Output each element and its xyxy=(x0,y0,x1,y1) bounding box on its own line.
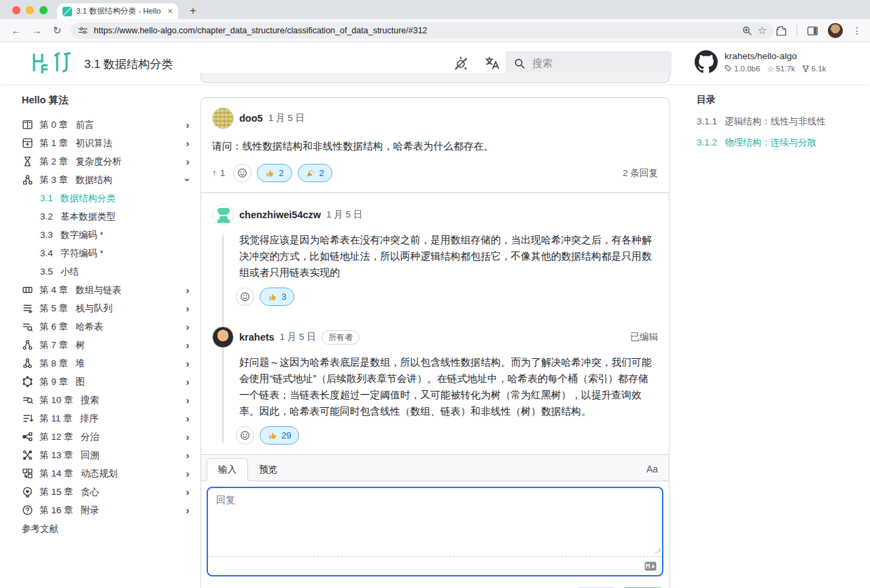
sidebar-item-chapter-12[interactable]: 第 12 章 分治 › xyxy=(22,428,192,446)
avatar[interactable] xyxy=(212,326,234,348)
chevron-right-icon: › xyxy=(184,394,192,406)
sidebar-item-label: 第 5 章 栈与队列 xyxy=(39,302,177,315)
side-panel-icon[interactable] xyxy=(807,25,818,37)
sidebar-item-chapter-14[interactable]: 第 14 章 动态规划 › xyxy=(22,464,192,483)
reaction-thumbs-up[interactable]: 2 xyxy=(257,164,292,182)
reaction-thumbs-up[interactable]: 3 xyxy=(260,288,294,306)
sidebar-item-label: 第 0 章 前言 xyxy=(39,119,177,131)
url-text[interactable]: https://www.hello-algo.com/chapter_data_… xyxy=(94,26,736,35)
site-settings-icon[interactable] xyxy=(77,25,88,36)
zoom-icon[interactable] xyxy=(742,25,752,36)
back-button[interactable]: ← xyxy=(8,22,24,39)
avatar[interactable] xyxy=(212,204,234,226)
comment-author[interactable]: doo5 xyxy=(239,113,263,124)
close-tab-icon[interactable]: × xyxy=(167,7,173,16)
sidebar-item-chapter-5[interactable]: 第 5 章 栈与队列 › xyxy=(22,299,192,317)
sidebar-item-label: 第 11 章 排序 xyxy=(39,413,177,425)
sidebar-item-chapter-11[interactable]: 第 11 章 排序 › xyxy=(22,409,192,428)
sidebar-item-chapter-2[interactable]: 第 2 章 复杂度分析 › xyxy=(22,152,192,171)
new-tab-button[interactable]: + xyxy=(185,3,201,19)
reaction-row: 3 xyxy=(236,288,658,315)
reply-author[interactable]: krahets xyxy=(239,332,275,343)
avatar[interactable] xyxy=(212,107,234,129)
reaction-row: 29 xyxy=(236,426,658,454)
search-input[interactable]: 搜索 xyxy=(506,51,672,75)
sidebar-item-label: 第 2 章 复杂度分析 xyxy=(39,156,177,168)
minimize-window-button[interactable] xyxy=(26,6,34,14)
sidebar-item-3-2[interactable]: 3.2 基本数据类型 xyxy=(22,207,192,226)
sidebar-item-chapter-9[interactable]: 第 9 章 图 › xyxy=(22,373,192,391)
address-bar[interactable]: https://www.hello-algo.com/chapter_data_… xyxy=(71,22,773,39)
bookmark-star-icon[interactable]: ☆ xyxy=(758,24,767,37)
comment: doo5 1 月 5 日 请问：线性数据结构和非线性数据结构，哈希表为什么都存在… xyxy=(201,98,669,192)
sidebar-item-3-4[interactable]: 3.4 字符编码 * xyxy=(22,244,192,262)
sidebar-item-chapter-0[interactable]: 第 0 章 前言 › xyxy=(22,116,192,134)
reply-date[interactable]: 1 月 5 日 xyxy=(280,331,316,343)
sidebar-item-chapter-8[interactable]: 第 8 章 堆 › xyxy=(22,354,192,373)
sidebar-item-3-5[interactable]: 3.5 小结 xyxy=(22,262,192,281)
data-structure-icon xyxy=(22,174,33,186)
searching-icon xyxy=(22,394,33,406)
sidebar-item-references[interactable]: 参考文献 xyxy=(22,519,192,538)
site-logo[interactable] xyxy=(31,52,73,73)
language-icon[interactable] xyxy=(484,55,500,71)
sidebar-item-chapter-7[interactable]: 第 7 章 树 › xyxy=(22,336,192,354)
toc-item-311[interactable]: 3.1.1 逻辑结构：线性与非线性 xyxy=(697,116,856,128)
sidebar-item-chapter-3[interactable]: 第 3 章 数据结构 › xyxy=(22,171,192,189)
sidebar-item-chapter-15[interactable]: 第 15 章 贪心 › xyxy=(22,483,192,501)
extensions-icon[interactable] xyxy=(776,25,787,37)
repo-stars-stat: ☆ 51.7k xyxy=(767,64,795,73)
comment-date[interactable]: 1 月 5 日 xyxy=(268,112,304,124)
greedy-icon xyxy=(22,486,33,498)
smiley-icon xyxy=(240,430,250,440)
previous-comment-card-bottom xyxy=(201,73,669,83)
sidebar-item-chapter-6[interactable]: 第 6 章 哈希表 › xyxy=(22,317,192,336)
heap-icon xyxy=(22,358,33,369)
add-reaction-button[interactable] xyxy=(236,426,254,445)
reaction-tada[interactable]: 2 xyxy=(298,164,332,182)
text-format-button[interactable]: Aa xyxy=(646,464,658,481)
sidebar-item-chapter-1[interactable]: 第 1 章 初识算法 › xyxy=(22,134,192,152)
reply-author[interactable]: chenzhiwei54czw xyxy=(239,209,321,220)
sidebar-nav: Hello 算法 第 0 章 前言 › 第 1 章 初识算法 › 第 2 章 复… xyxy=(22,94,192,538)
browser-tab[interactable]: 3.1 数据结构分类 - Hello 算法 × xyxy=(57,3,178,19)
sidebar-item-3-1[interactable]: 3.1 数据结构分类 xyxy=(22,189,192,207)
sidebar-item-chapter-4[interactable]: 第 4 章 数组与链表 › xyxy=(22,281,192,299)
forward-button[interactable]: → xyxy=(29,22,45,39)
fullscreen-window-button[interactable] xyxy=(39,6,48,14)
reply-body: 好问题～这因为哈希表底层是数组，所以包含线性数据结构。而为了解决哈希冲突，我们可… xyxy=(239,354,658,419)
reload-button[interactable]: ↻ xyxy=(49,22,65,39)
upvote-button[interactable]: ↑ 1 xyxy=(212,168,225,178)
browser-menu-icon[interactable]: ⋮ xyxy=(852,25,862,36)
add-reaction-button[interactable] xyxy=(236,288,254,306)
hourglass-icon xyxy=(22,156,33,167)
markdown-icon[interactable] xyxy=(644,561,657,571)
sidebar-item-label: 第 14 章 动态规划 xyxy=(39,468,177,480)
sidebar-item-label: 第 3 章 数据结构 xyxy=(39,174,177,186)
reply-body: 我觉得应该是因为哈希表在没有冲突之前，是用数组存储的，当出现哈希冲突之后，有各种… xyxy=(239,232,658,281)
sidebar-item-label: 第 9 章 图 xyxy=(39,376,177,388)
reply-editor: 输入 预览 Aa xyxy=(201,454,669,588)
sidebar-item-chapter-10[interactable]: 第 10 章 搜索 › xyxy=(22,391,192,409)
tab-write[interactable]: 输入 xyxy=(207,458,248,481)
dynamic-programming-icon xyxy=(22,468,33,479)
repo-link[interactable]: krahets/hello-algo 1.0.0b6 ☆ 51.7k 6.1k xyxy=(695,50,826,73)
toc-item-312[interactable]: 3.1.2 物理结构：连续与分散 xyxy=(697,137,856,149)
thumbs-up-icon xyxy=(265,169,275,178)
divide-conquer-icon xyxy=(22,431,33,443)
editor-tab-bar: 输入 预览 Aa xyxy=(201,455,669,481)
sidebar-item-chapter-13[interactable]: 第 13 章 回溯 › xyxy=(22,446,192,464)
profile-avatar[interactable] xyxy=(828,23,843,38)
close-window-button[interactable] xyxy=(12,6,20,14)
reply-textarea[interactable] xyxy=(208,488,662,556)
markdown-bar xyxy=(208,556,662,575)
add-reaction-button[interactable] xyxy=(233,164,251,182)
sidebar-item-3-3[interactable]: 3.3 数字编码 * xyxy=(22,226,192,244)
fork-icon xyxy=(802,65,810,73)
sidebar-item-label: 第 8 章 堆 xyxy=(39,358,177,370)
theme-toggle-icon[interactable] xyxy=(453,55,469,71)
reaction-thumbs-up[interactable]: 29 xyxy=(260,426,299,445)
tab-preview[interactable]: 预览 xyxy=(248,459,288,481)
reply-date[interactable]: 1 月 5 日 xyxy=(326,209,362,221)
sidebar-item-chapter-16[interactable]: 第 16 章 附录 › xyxy=(22,501,192,519)
